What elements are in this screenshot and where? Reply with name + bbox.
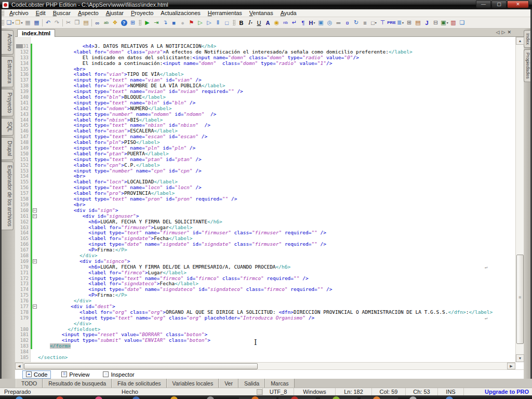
save-all-button[interactable]: ▦ — [32, 18, 41, 28]
help-button[interactable]: ? — [119, 18, 128, 28]
sidebar-tab-archivo[interactable]: Archivo — [1, 30, 14, 55]
code-line[interactable]: 160− <div id="sign"> — [15, 208, 515, 214]
code-line[interactable]: 166 <input type="date" name="signdate" i… — [15, 242, 515, 247]
taskbar-app-icon[interactable] — [409, 396, 417, 399]
code-line[interactable]: 147 <input type="text" name="escan" id="… — [15, 134, 515, 140]
code-line[interactable]: 139 <input type="text" name="nvian" id="… — [15, 89, 515, 95]
code-line[interactable]: 142 <label for="ndomn">NÚMERO</label> — [15, 106, 515, 112]
cut-button[interactable]: ✂ — [64, 18, 73, 28]
code-line[interactable]: 156 <input type="text" name="locn" id="l… — [15, 185, 515, 191]
save-button[interactable]: ▦ — [23, 18, 32, 28]
panel-tab-variables-locales[interactable]: Variables locales — [167, 379, 219, 388]
menu-item-ayuda[interactable]: Ayuda — [277, 10, 300, 16]
panel-button[interactable]: ❏ — [458, 18, 467, 28]
font-button[interactable]: A — [263, 18, 272, 28]
code-line[interactable]: 174 <input type="date" name="signdateco"… — [15, 287, 515, 292]
paste-button[interactable]: ▤ — [82, 18, 90, 28]
code-line[interactable]: 178 <label for="org" class="org">ÓRGANO … — [15, 310, 515, 315]
toolbar-grip[interactable] — [139, 20, 141, 25]
code-line[interactable]: 135 <br> — [15, 66, 515, 72]
div-button[interactable]: □▾ — [369, 18, 378, 28]
stop-button[interactable]: □ — [222, 18, 231, 28]
sidebar-tab-sql[interactable]: SQL — [1, 118, 14, 136]
code-line[interactable]: 151 <input type="text" name="ptan" id="p… — [15, 157, 515, 163]
menu-item-herramientas[interactable]: Herramientas — [204, 10, 246, 16]
code-line[interactable]: 155 <label for="locn">LOCALIDAD</label> — [15, 179, 515, 185]
vertical-scroll-thumb[interactable] — [516, 255, 524, 344]
title-bar[interactable]: CodeLobster PHP Edition - C:\AppServ\www… — [0, 0, 532, 9]
package-button[interactable]: ❖ — [111, 18, 119, 28]
start-button[interactable]: ▷ — [205, 18, 214, 28]
step-into-button[interactable]: ↴ — [161, 18, 169, 28]
sidebar-tab-proyecto[interactable]: Proyecto — [1, 89, 14, 116]
code-line[interactable]: 181 <input type="reset" value="BORRAR" c… — [15, 332, 515, 338]
menu-item-aspecto[interactable]: Aspecto — [74, 10, 102, 16]
heading-button[interactable]: H▾ — [308, 18, 316, 28]
code-line[interactable]: 148 <label for="pln">PISO</label> — [15, 140, 515, 145]
view-tab-inspector[interactable]: ○Inspector — [100, 371, 137, 378]
code-line[interactable]: 150 <label for="ptan">PUERTA</label> — [15, 151, 515, 157]
undo-button[interactable]: ↶ — [44, 18, 52, 28]
tab-close-button[interactable]: ✕ — [507, 30, 513, 35]
code-line[interactable]: 162 <h6>LUGAR, FECHA Y FIRMA DEL SOLICIT… — [15, 219, 515, 225]
windows-taskbar[interactable] — [0, 395, 532, 399]
code-line[interactable]: 138 <label for="nvian">NOMBRE DE LA VÍA … — [15, 83, 515, 89]
find-button[interactable]: ∞ — [93, 18, 102, 28]
code-line[interactable]: 149 <input type="text" name="pln" id="pl… — [15, 145, 515, 151]
copy-button[interactable]: ❒ — [73, 18, 82, 28]
code-line[interactable]: 173 <label for="signdateco">Fecha</label… — [15, 281, 515, 287]
pre-button[interactable]: PRE — [387, 18, 396, 28]
tab-scroll-left-button[interactable]: ◁ — [496, 30, 502, 35]
sidebar-tab-estructura[interactable]: Estructura — [1, 56, 14, 87]
hr-button[interactable]: ═ — [334, 18, 343, 28]
code-line[interactable]: 167 <P>Firma:</P> — [15, 247, 515, 253]
taskbar-app-icon[interactable] — [170, 396, 178, 399]
scroll-up-arrow[interactable]: ▲ — [516, 37, 524, 45]
nbsp-button[interactable]: nb — [281, 18, 290, 28]
code-line[interactable]: 146 <label for="escan">ESCALERA</label> — [15, 128, 515, 134]
code-line[interactable]: 158 <input type="text" name="pron" id="p… — [15, 196, 515, 202]
fullscreen-button[interactable]: ⊞ — [128, 18, 137, 28]
view-tab-code[interactable]: ◂▸Code — [22, 370, 51, 379]
text-top-button[interactable]: ⊤ — [378, 18, 387, 28]
panel-tab-salida[interactable]: Salida — [238, 379, 265, 388]
code-line[interactable]: 140 <label for="bln">BLOQUE</label> — [15, 95, 515, 100]
menu-item-ventanas[interactable]: Ventanas — [246, 10, 277, 16]
code-line[interactable]: 144 <label for="nbisn">BIS</label> — [15, 117, 515, 123]
code-line[interactable]: 165 <label for="signdate">Fecha</label> — [15, 236, 515, 242]
fold-collapse-icon[interactable]: − — [33, 259, 37, 263]
align-button[interactable]: ≡ — [361, 18, 369, 28]
sidebar-tab-index[interactable]: Index — [524, 30, 530, 48]
code-line[interactable]: 176 </div> — [15, 298, 515, 304]
combo-button[interactable]: ⊟ — [431, 18, 440, 28]
code-line[interactable]: 134 El indicado a continuación:<input na… — [15, 61, 515, 66]
code-line[interactable]: 136 <label for="vian">TIPO DE VÍA</label… — [15, 72, 515, 77]
sidebar-tab-drupal[interactable]: Drupal — [1, 137, 14, 159]
menu-item-buscar[interactable]: Buscar — [49, 10, 74, 16]
bold-button[interactable]: B — [237, 18, 246, 28]
menu-item-proyecto[interactable]: Proyecto — [127, 10, 157, 16]
fold-collapse-icon[interactable]: − — [33, 304, 37, 309]
code-line[interactable]: </div> — [15, 321, 515, 327]
menu-item-archivo[interactable]: Archivo — [6, 10, 32, 16]
code-line[interactable]: 168 </div> — [15, 253, 515, 259]
step-over-button[interactable]: ⇥ — [152, 18, 161, 28]
code-line[interactable]: 152 <label for="cpn">C.P.</label> — [15, 163, 515, 168]
fold-collapse-icon[interactable]: − — [33, 208, 37, 212]
taskbar-app-icon[interactable] — [207, 396, 214, 399]
paragraph-button[interactable]: ¶ — [299, 18, 308, 28]
line-break-button[interactable]: ↵ — [290, 18, 299, 28]
view-tab-preview[interactable]: ☰Preview — [58, 371, 92, 378]
code-line[interactable]: 141 <input type="text" name="bln" id="bl… — [15, 100, 515, 106]
code-editor[interactable]: 131 <h4>3. DATOS RELATIVOS A LA NOTIFICA… — [15, 37, 515, 362]
panel-tab-fila-de-solicitudes[interactable]: Fila de solicitudes — [112, 379, 166, 388]
report-button[interactable]: ▥ — [449, 18, 458, 28]
maximize-button[interactable]: ▢ — [491, 1, 507, 8]
code-line[interactable]: 183 </form> — [15, 343, 515, 349]
code-line[interactable]: 169− <div id="signco"> — [15, 259, 515, 264]
panel-tab-resultado-de-busqueda[interactable]: Resultado de busqueda — [43, 379, 112, 388]
pause-state-button[interactable]: ● — [178, 18, 187, 28]
close-button[interactable]: ✕ — [507, 1, 529, 8]
new-file-button[interactable]: ❏▾ — [6, 18, 15, 28]
code-line[interactable]: 131 <h4>3. DATOS RELATIVOS A LA NOTIFICA… — [15, 44, 515, 49]
